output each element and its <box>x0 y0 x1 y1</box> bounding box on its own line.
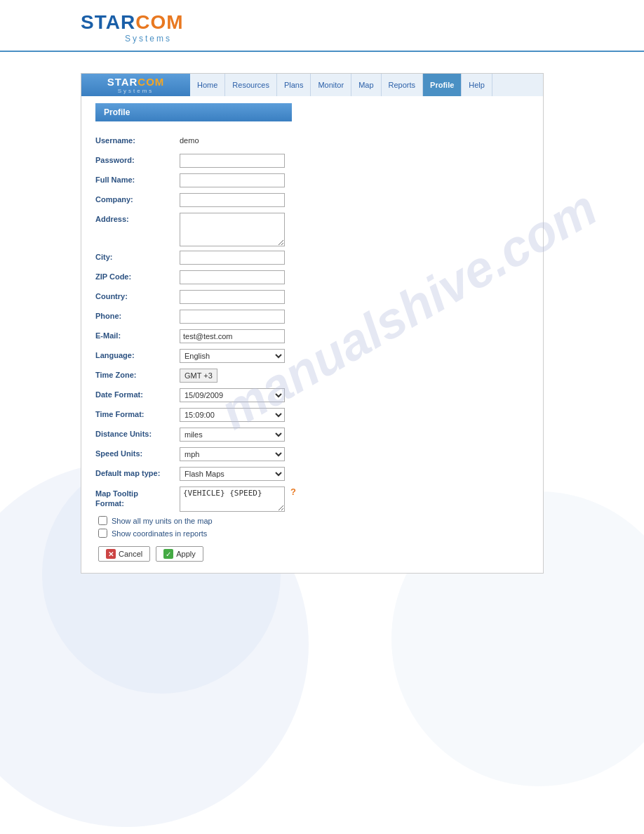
cancel-button[interactable]: ✕ Cancel <box>98 546 150 562</box>
app-navbar: STARCOM Systems Home Resources Plans Mon… <box>81 74 543 96</box>
fullname-label: Full Name: <box>95 173 180 184</box>
logo-com-part: COM <box>135 11 183 33</box>
city-input[interactable] <box>180 251 285 265</box>
timezone-label: Time Zone: <box>95 369 180 379</box>
language-row: Language: English Hebrew Russian French … <box>95 349 529 364</box>
country-input[interactable] <box>180 290 285 304</box>
address-row: Address: <box>95 213 529 246</box>
username-row: Username: demo <box>95 134 529 150</box>
maptooltip-help-link[interactable]: ? <box>290 486 296 497</box>
password-input[interactable] <box>180 154 285 168</box>
apply-icon: ✓ <box>163 549 173 559</box>
top-logo-systems: Systems <box>81 34 172 44</box>
show-units-label[interactable]: Show all my units on the map <box>112 517 213 525</box>
phone-input[interactable] <box>180 310 285 324</box>
cancel-label: Cancel <box>119 550 142 558</box>
speedunits-select[interactable]: mph km/h <box>180 447 285 461</box>
app-logo-systems: Systems <box>118 88 154 94</box>
nav-items: Home Resources Plans Monitor Map Reports… <box>190 74 543 96</box>
nav-monitor[interactable]: Monitor <box>311 74 351 96</box>
apply-label: Apply <box>176 550 196 558</box>
cancel-icon: ✕ <box>106 549 116 559</box>
app-logo-bar: STARCOM Systems <box>81 74 190 96</box>
password-label: Password: <box>95 154 180 164</box>
city-label: City: <box>95 251 180 261</box>
button-row: ✕ Cancel ✓ Apply <box>95 546 529 562</box>
language-select[interactable]: English Hebrew Russian French German <box>180 349 285 363</box>
show-coords-label[interactable]: Show coordinates in reports <box>112 529 207 538</box>
defaultmaptype-label: Default map type: <box>95 467 180 477</box>
nav-help[interactable]: Help <box>462 74 492 96</box>
address-input[interactable] <box>180 213 285 246</box>
form-area: Username: demo Password: Full Name: Comp… <box>81 127 543 573</box>
password-row: Password: <box>95 154 529 169</box>
app-logo-inner: STARCOM Systems <box>107 77 165 94</box>
checkbox-show-units-row: Show all my units on the map <box>95 516 529 525</box>
email-row: E-Mail: <box>95 329 529 345</box>
app-logo-com: COM <box>137 76 164 88</box>
dateformat-select[interactable]: 15/09/2009 09/15/2009 2009/09/15 <box>180 388 285 402</box>
company-label: Company: <box>95 193 180 204</box>
nav-map[interactable]: Map <box>351 74 381 96</box>
speedunits-label: Speed Units: <box>95 447 180 458</box>
country-row: Country: <box>95 290 529 305</box>
maptooltip-row: Map TooltipFormat: {VEHICLE} {SPEED} ? <box>95 486 529 512</box>
dateformat-row: Date Format: 15/09/2009 09/15/2009 2009/… <box>95 388 529 404</box>
timezone-value: GMT +3 <box>180 369 217 383</box>
app-window: STARCOM Systems Home Resources Plans Mon… <box>81 73 544 574</box>
distanceunits-label: Distance Units: <box>95 428 180 438</box>
fullname-input[interactable] <box>180 173 285 187</box>
defaultmaptype-row: Default map type: Flash Maps Google Maps… <box>95 467 529 482</box>
company-row: Company: <box>95 193 529 208</box>
nav-resources[interactable]: Resources <box>225 74 277 96</box>
defaultmaptype-select[interactable]: Flash Maps Google Maps Bing Maps <box>180 467 285 481</box>
profile-title-bar: Profile <box>95 103 292 121</box>
app-logo-star: STAR <box>107 76 138 88</box>
top-logo: STARCOM Systems <box>81 13 172 44</box>
speedunits-row: Speed Units: mph km/h <box>95 447 529 463</box>
apply-button[interactable]: ✓ Apply <box>156 546 203 562</box>
timeformat-row: Time Format: 15:09:00 03:09:00 PM <box>95 408 529 423</box>
timeformat-label: Time Format: <box>95 408 180 418</box>
distanceunits-row: Distance Units: miles km <box>95 428 529 443</box>
language-label: Language: <box>95 349 180 359</box>
main-content: STARCOM Systems Home Resources Plans Mon… <box>0 73 644 574</box>
dateformat-label: Date Format: <box>95 388 180 399</box>
fullname-row: Full Name: <box>95 173 529 189</box>
phone-row: Phone: <box>95 310 529 325</box>
address-label: Address: <box>95 213 180 223</box>
zipcode-label: ZIP Code: <box>95 270 180 281</box>
username-value: demo <box>180 134 199 145</box>
company-input[interactable] <box>180 193 285 207</box>
checkbox-show-coords-row: Show coordinates in reports <box>95 529 529 538</box>
app-logo-text: STARCOM <box>107 77 165 87</box>
nav-profile[interactable]: Profile <box>423 74 462 96</box>
email-label: E-Mail: <box>95 329 180 340</box>
logo-star-part: STAR <box>81 11 135 33</box>
nav-home[interactable]: Home <box>190 74 225 96</box>
nav-plans[interactable]: Plans <box>277 74 311 96</box>
zipcode-input[interactable] <box>180 270 285 284</box>
username-label: Username: <box>95 134 180 145</box>
nav-reports[interactable]: Reports <box>382 74 424 96</box>
timezone-row: Time Zone: GMT +3 <box>95 369 529 384</box>
show-coords-checkbox[interactable] <box>98 529 107 538</box>
zipcode-row: ZIP Code: <box>95 270 529 286</box>
email-input[interactable] <box>180 329 285 343</box>
country-label: Country: <box>95 290 180 300</box>
show-units-checkbox[interactable] <box>98 516 107 525</box>
maptooltip-input[interactable]: {VEHICLE} {SPEED} <box>180 486 285 512</box>
top-logo-starcom: STARCOM <box>81 13 172 32</box>
distanceunits-select[interactable]: miles km <box>180 428 285 442</box>
maptooltip-label: Map TooltipFormat: <box>95 486 180 509</box>
city-row: City: <box>95 251 529 266</box>
phone-label: Phone: <box>95 310 180 320</box>
timeformat-select[interactable]: 15:09:00 03:09:00 PM <box>180 408 285 422</box>
top-header: STARCOM Systems <box>0 0 644 52</box>
